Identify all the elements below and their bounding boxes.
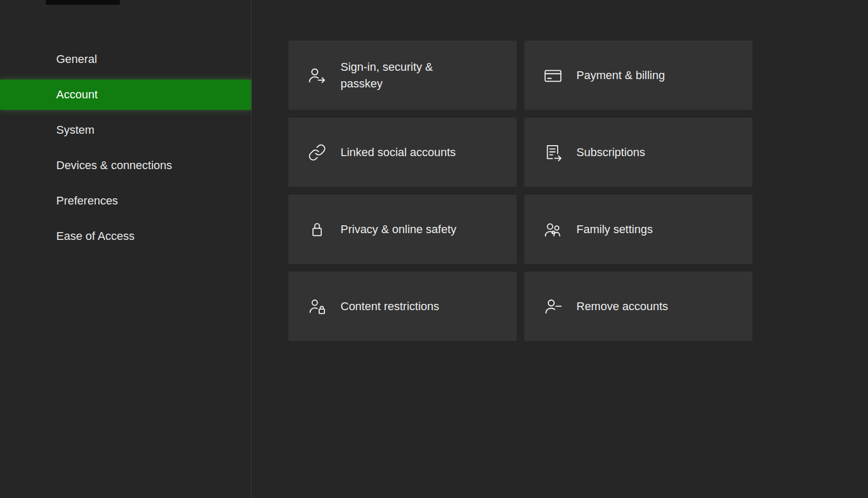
settings-sidebar: General Account System Devices & connect…	[0, 0, 251, 498]
tile-privacy-online-safety[interactable]: Privacy & online safety	[288, 195, 517, 264]
link-icon	[307, 143, 327, 162]
tile-label: Privacy & online safety	[341, 221, 457, 238]
account-settings-panel: Sign-in, security & passkey Payment & bi…	[252, 0, 868, 498]
person-lock-icon	[307, 297, 327, 316]
sidebar-item-account[interactable]: Account	[0, 80, 251, 110]
family-icon	[543, 220, 563, 239]
sidebar-item-general[interactable]: General	[0, 44, 251, 74]
sidebar-item-preferences[interactable]: Preferences	[0, 186, 251, 216]
sidebar-item-label: Account	[56, 88, 98, 101]
credit-card-icon	[543, 66, 563, 85]
sidebar-item-ease-of-access[interactable]: Ease of Access	[0, 221, 251, 251]
tile-label: Subscriptions	[576, 144, 645, 161]
tile-content-restrictions[interactable]: Content restrictions	[288, 272, 517, 341]
sidebar-item-label: Preferences	[56, 194, 118, 208]
tile-family-settings[interactable]: Family settings	[524, 195, 752, 264]
person-arrow-icon	[307, 66, 327, 85]
tile-label: Linked social accounts	[341, 144, 456, 161]
tile-label: Family settings	[576, 221, 653, 238]
clipped-top-element	[46, 0, 120, 5]
tile-grid: Sign-in, security & passkey Payment & bi…	[288, 41, 752, 341]
tile-subscriptions[interactable]: Subscriptions	[524, 118, 752, 187]
tile-label: Sign-in, security & passkey	[341, 59, 475, 92]
sidebar-item-label: Ease of Access	[56, 229, 134, 243]
tile-label: Content restrictions	[341, 298, 439, 315]
sidebar-item-label: General	[56, 53, 97, 66]
tile-label: Remove accounts	[576, 298, 668, 315]
person-minus-icon	[543, 297, 563, 316]
sidebar-item-label: System	[56, 123, 94, 137]
tile-remove-accounts[interactable]: Remove accounts	[524, 272, 752, 341]
sidebar-nav-list: General Account System Devices & connect…	[0, 0, 251, 251]
tile-payment-billing[interactable]: Payment & billing	[524, 41, 752, 110]
sidebar-item-label: Devices & connections	[56, 159, 172, 172]
tile-label: Payment & billing	[576, 67, 665, 84]
document-arrow-icon	[543, 143, 563, 162]
lock-icon	[307, 220, 327, 239]
tile-sign-in-security-passkey[interactable]: Sign-in, security & passkey	[288, 41, 517, 110]
sidebar-item-system[interactable]: System	[0, 115, 251, 145]
sidebar-item-devices-connections[interactable]: Devices & connections	[0, 150, 251, 181]
tile-linked-social-accounts[interactable]: Linked social accounts	[288, 118, 517, 187]
